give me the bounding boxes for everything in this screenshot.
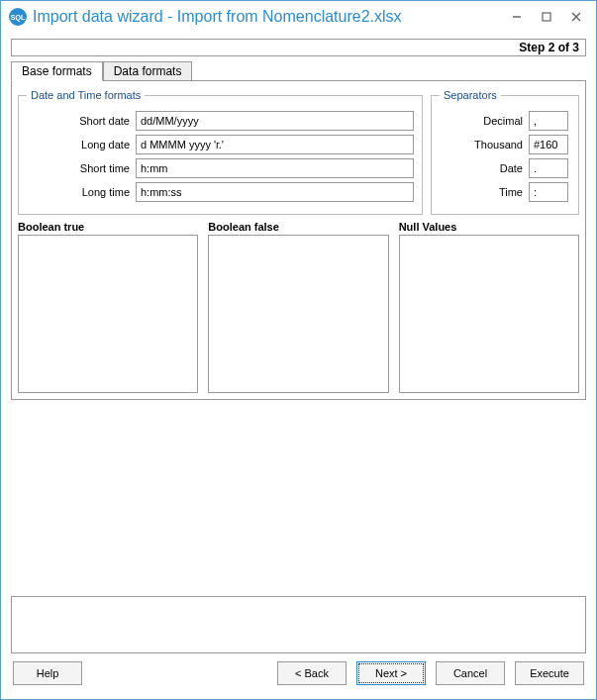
tab-strip: Base formats Data formats bbox=[11, 60, 586, 80]
cancel-button[interactable]: Cancel bbox=[436, 661, 505, 685]
window-title: Import data wizard - Import from Nomencl… bbox=[33, 8, 501, 26]
minimize-button[interactable] bbox=[507, 7, 527, 27]
label-boolean-false: Boolean false bbox=[208, 221, 388, 233]
group-separators: Separators Decimal Thousand Date Tim bbox=[431, 89, 579, 215]
input-long-time[interactable] bbox=[136, 182, 414, 202]
help-button[interactable]: Help bbox=[13, 661, 82, 685]
tab-base-formats[interactable]: Base formats bbox=[11, 61, 103, 81]
label-short-date: Short date bbox=[27, 115, 136, 127]
import-wizard-window: SQL Import data wizard - Import from Nom… bbox=[0, 0, 597, 700]
message-area bbox=[11, 596, 586, 653]
content-area: Step 2 of 3 Base formats Data formats Da… bbox=[1, 33, 596, 699]
step-label: Step 2 of 3 bbox=[519, 41, 579, 54]
close-button[interactable] bbox=[566, 7, 586, 27]
input-decimal[interactable] bbox=[529, 111, 568, 131]
titlebar: SQL Import data wizard - Import from Nom… bbox=[1, 1, 596, 33]
input-time-sep[interactable] bbox=[529, 182, 568, 202]
tab-page-base-formats: Date and Time formats Short date Long da… bbox=[11, 80, 586, 400]
label-long-date: Long date bbox=[27, 139, 136, 150]
input-short-date[interactable] bbox=[136, 111, 414, 131]
label-short-time: Short time bbox=[27, 162, 136, 174]
label-decimal: Decimal bbox=[440, 115, 529, 127]
group-label-separators: Separators bbox=[440, 89, 501, 101]
list-boolean-true[interactable] bbox=[18, 235, 198, 393]
input-short-time[interactable] bbox=[136, 158, 414, 178]
input-thousand[interactable] bbox=[529, 135, 568, 154]
label-null-values: Null Values bbox=[399, 221, 579, 233]
execute-button[interactable]: Execute bbox=[515, 661, 584, 685]
back-button[interactable]: < Back bbox=[277, 661, 347, 685]
group-date-time-formats: Date and Time formats Short date Long da… bbox=[18, 89, 423, 215]
svg-rect-1 bbox=[543, 13, 550, 21]
list-null-values[interactable] bbox=[399, 235, 579, 393]
group-label-datetime: Date and Time formats bbox=[27, 89, 145, 101]
label-date-sep: Date bbox=[440, 162, 529, 174]
step-indicator: Step 2 of 3 bbox=[11, 39, 586, 56]
tab-data-formats[interactable]: Data formats bbox=[103, 61, 193, 81]
label-boolean-true: Boolean true bbox=[18, 221, 198, 233]
label-time-sep: Time bbox=[440, 186, 529, 198]
app-icon: SQL bbox=[9, 8, 27, 26]
input-long-date[interactable] bbox=[136, 135, 414, 154]
button-bar: Help < Back Next > Cancel Execute bbox=[11, 661, 586, 691]
window-controls bbox=[507, 7, 590, 27]
list-boolean-false[interactable] bbox=[208, 235, 388, 393]
label-long-time: Long time bbox=[27, 186, 136, 198]
next-button[interactable]: Next > bbox=[356, 661, 426, 685]
input-date-sep[interactable] bbox=[529, 158, 568, 178]
label-thousand: Thousand bbox=[440, 139, 529, 150]
maximize-button[interactable] bbox=[537, 7, 556, 27]
